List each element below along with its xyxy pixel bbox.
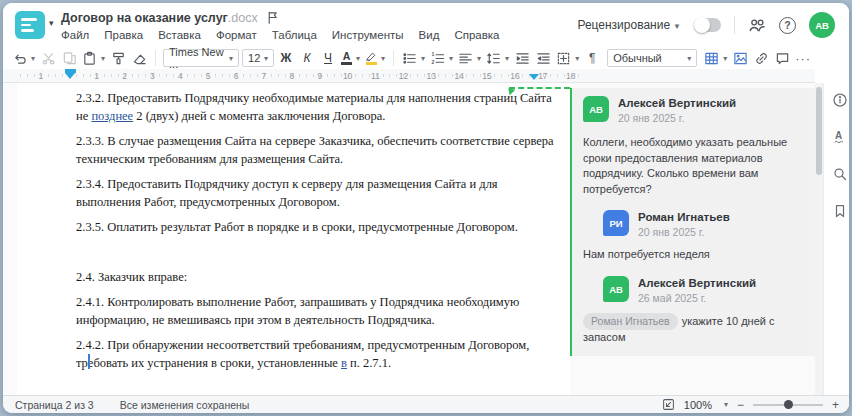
clear-style-eraser-button[interactable] [130,48,148,68]
document-paragraph[interactable]: 2.4.2. При обнаружении несоответствий тр… [76,336,556,372]
user-avatar[interactable]: АВ [809,12,835,38]
highlight-color-button[interactable]: ▾ [364,48,386,68]
spellcheck-icon[interactable]: А [832,129,848,145]
ruler-number: 16 [501,69,529,82]
help-icon[interactable]: ? [779,17,796,34]
chevron-down-icon: ▾ [687,54,691,63]
users-icon[interactable] [748,16,766,34]
document-paragraph[interactable] [76,243,556,261]
menu-item[interactable]: Формат [216,29,257,41]
chevron-down-icon[interactable]: ▾ [723,54,727,63]
menu-item[interactable]: Вставка [158,29,201,41]
chevron-down-icon[interactable]: ▾ [421,54,425,63]
chevron-down-icon[interactable]: ▾ [31,54,35,63]
menu-item[interactable]: Файл [61,29,89,41]
paragraph-shading-button[interactable]: ▾ [555,48,580,68]
chevron-down-icon[interactable]: ▾ [449,54,453,63]
zoom-slider[interactable] [753,404,823,406]
chevron-down-icon[interactable]: ▾ [381,54,385,63]
menu-item[interactable]: Инструменты [332,29,404,41]
zoom-slider-handle[interactable] [784,400,793,409]
right-indent-marker[interactable] [529,74,539,83]
insert-table-button[interactable]: ▾ [703,48,728,68]
bookmark-icon[interactable] [832,203,848,219]
ruler-number: 1 [83,69,111,82]
numbered-list-button[interactable]: 12▾ [429,48,454,68]
more-tools-button[interactable]: ··· [794,48,812,68]
document-paragraph[interactable]: 2.3.5. Оплатить результат Работ в порядк… [76,218,556,236]
comment-reply[interactable]: АВ Алексей Вертинский 26 май 2025 г. Ром… [583,276,803,346]
logo-dropdown-caret-icon[interactable]: ▾ [49,18,54,28]
chevron-down-icon[interactable]: ▾ [101,54,105,63]
comment-header: АВ Алексей Вертинский 20 янв 2025 г. [583,96,803,124]
chevron-down-icon[interactable]: ▾ [356,54,360,63]
reply-date: 26 май 2025 г. [638,292,756,304]
zoom-out-button[interactable]: − [737,399,744,411]
chevron-down-icon: ▾ [264,54,268,63]
menu-item[interactable]: Вид [419,29,440,41]
document-paragraph[interactable]: 2.3.2. Предоставить Подрядчику необходим… [76,89,556,125]
paragraph-style-select[interactable]: Обычный▾ [607,49,697,67]
undo-button[interactable]: ▾ [11,48,36,68]
app-logo[interactable] [15,11,45,39]
avatar: АВ [583,96,609,122]
document-title: Договор на оказание услуг.docx [61,11,258,25]
page-indicator[interactable]: Страница 2 из 3 [15,399,94,411]
ruler-number: 10 [334,69,362,82]
horizontal-ruler[interactable]: 21123456789101112131415161718 [17,69,815,83]
italic-button[interactable]: К [299,51,315,65]
ruler-number: 11 [362,69,390,82]
chevron-down-icon[interactable]: ▾ [575,54,579,63]
increase-indent-button[interactable] [534,48,552,68]
scrollbar-thumb[interactable] [816,87,822,175]
insert-image-button[interactable] [731,48,749,68]
insert-comment-button[interactable] [773,48,791,68]
fit-to-width-button[interactable] [662,398,675,411]
font-size-select[interactable]: 12▾ [242,49,274,67]
ruler-number: 1 [27,69,55,82]
cut-button[interactable] [39,48,57,68]
insert-link-button[interactable] [752,48,770,68]
font-name-select[interactable]: Times New ...▾ [163,49,239,67]
menu-item[interactable]: Справка [454,29,499,41]
menu-item[interactable]: Таблица [272,29,317,41]
comment-thread[interactable]: АВ Алексей Вертинский 20 янв 2025 г. Кол… [570,88,815,356]
line-spacing-button[interactable]: ▾ [485,48,510,68]
info-panel-icon[interactable] [832,92,848,108]
align-button[interactable]: ▾ [457,48,482,68]
font-color-button[interactable]: А▾ [340,48,361,68]
copy-button[interactable] [60,48,78,68]
search-icon[interactable] [832,166,848,182]
mention-pill[interactable]: Роман Игнатьев [583,313,678,330]
menu-item[interactable]: Правка [104,29,143,41]
document-page[interactable]: 2.3.2. Предоставить Подрядчику необходим… [17,83,570,395]
bullet-list-button[interactable]: ▾ [401,48,426,68]
comment-reply[interactable]: РИ Роман Игнатьев 20 янв 2025 г. Нам пот… [583,210,803,263]
chevron-down-icon: ▼ [673,22,681,31]
chevron-down-icon[interactable]: ▾ [724,400,728,409]
review-toggle[interactable] [694,18,721,32]
title-bar: ▾ Договор на оказание услуг.docx ФайлПра… [3,3,849,47]
document-paragraph[interactable]: 2.4. Заказчик вправе: [76,268,556,286]
reply-date: 20 янв 2025 г. [638,226,730,238]
flag-icon[interactable] [265,10,280,25]
chevron-down-icon[interactable]: ▾ [505,54,509,63]
decrease-indent-button[interactable] [513,48,531,68]
status-bar: Страница 2 из 3 Все изменения сохранены … [3,395,849,413]
bold-button[interactable]: Ж [278,51,294,65]
reply-header: РИ Роман Игнатьев 20 янв 2025 г. [603,210,803,238]
underline-button[interactable]: Ч [320,51,336,65]
format-painter-button[interactable] [109,48,127,68]
paste-button[interactable]: ▾ [81,48,106,68]
left-indent-marker[interactable] [65,73,75,83]
document-paragraph[interactable]: 2.4.1. Контролировать выполнение Работ, … [76,293,556,329]
chevron-down-icon[interactable]: ▾ [477,54,481,63]
zoom-level[interactable]: 100% [684,399,712,411]
zoom-in-button[interactable]: + [832,399,839,411]
document-paragraph[interactable]: 2.3.4. Предоставить Подрядчику доступ к … [76,175,556,211]
svg-text:1: 1 [431,51,434,57]
document-paragraph[interactable]: 2.3.3. В случае размещения Сайта на серв… [76,132,556,168]
review-mode-button[interactable]: Рецензирование▼ [577,18,681,32]
reply-author: Алексей Вертинский [638,276,756,289]
nonprinting-characters-button[interactable]: ¶ [583,48,601,68]
